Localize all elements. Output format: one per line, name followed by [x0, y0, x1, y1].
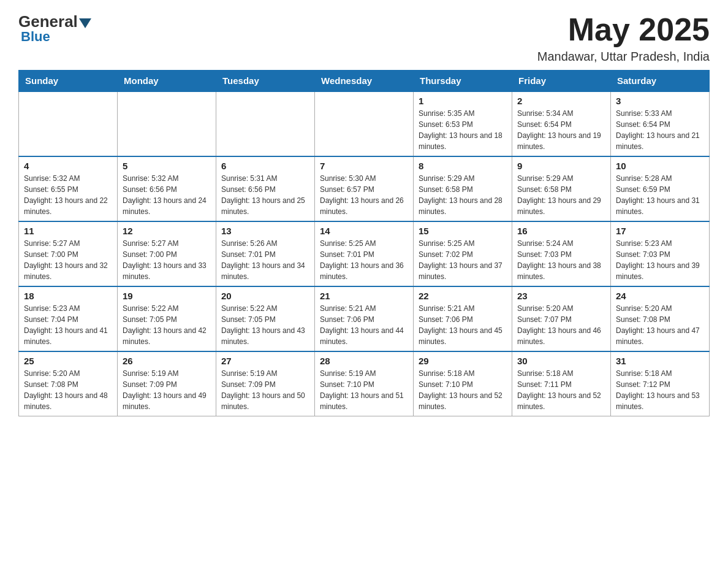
calendar-week-row: 25Sunrise: 5:20 AMSunset: 7:08 PMDayligh…	[19, 351, 710, 416]
title-block: May 2025 Mandawar, Uttar Pradesh, India	[537, 12, 710, 64]
day-info: Sunrise: 5:29 AMSunset: 6:58 PMDaylight:…	[419, 173, 507, 217]
page-header: General Blue May 2025 Mandawar, Uttar Pr…	[18, 12, 710, 64]
day-info: Sunrise: 5:30 AMSunset: 6:57 PMDaylight:…	[320, 173, 408, 217]
day-number: 22	[419, 291, 507, 301]
calendar-cell: 17Sunrise: 5:23 AMSunset: 7:03 PMDayligh…	[611, 221, 710, 286]
calendar-cell: 7Sunrise: 5:30 AMSunset: 6:57 PMDaylight…	[315, 156, 414, 221]
weekday-header-sunday: Sunday	[19, 71, 118, 92]
calendar-cell: 1Sunrise: 5:35 AMSunset: 6:53 PMDaylight…	[414, 91, 512, 156]
weekday-header-tuesday: Tuesday	[216, 71, 315, 92]
calendar-cell: 27Sunrise: 5:19 AMSunset: 7:09 PMDayligh…	[216, 351, 315, 416]
day-number: 6	[221, 161, 309, 171]
day-number: 24	[616, 291, 704, 301]
day-number: 10	[616, 161, 704, 171]
day-number: 4	[24, 161, 112, 171]
day-number: 29	[419, 356, 507, 366]
calendar-cell: 24Sunrise: 5:20 AMSunset: 7:08 PMDayligh…	[611, 286, 710, 351]
day-number: 7	[320, 161, 408, 171]
calendar-cell: 30Sunrise: 5:18 AMSunset: 7:11 PMDayligh…	[512, 351, 611, 416]
day-info: Sunrise: 5:31 AMSunset: 6:56 PMDaylight:…	[221, 173, 309, 217]
calendar-cell	[216, 91, 315, 156]
month-title: May 2025	[537, 12, 710, 47]
day-number: 27	[221, 356, 309, 366]
calendar-cell	[19, 91, 118, 156]
calendar-cell	[118, 91, 216, 156]
day-info: Sunrise: 5:32 AMSunset: 6:56 PMDaylight:…	[123, 173, 211, 217]
day-number: 13	[221, 226, 309, 236]
day-info: Sunrise: 5:21 AMSunset: 7:06 PMDaylight:…	[419, 303, 507, 347]
calendar-cell: 8Sunrise: 5:29 AMSunset: 6:58 PMDaylight…	[414, 156, 512, 221]
day-number: 17	[616, 226, 704, 236]
calendar-cell: 10Sunrise: 5:28 AMSunset: 6:59 PMDayligh…	[611, 156, 710, 221]
day-number: 5	[123, 161, 211, 171]
calendar-cell: 12Sunrise: 5:27 AMSunset: 7:00 PMDayligh…	[118, 221, 216, 286]
day-number: 3	[616, 96, 704, 106]
logo-triangle-icon	[79, 18, 91, 28]
day-info: Sunrise: 5:27 AMSunset: 7:00 PMDaylight:…	[123, 238, 211, 282]
day-number: 15	[419, 226, 507, 236]
logo: General Blue	[18, 12, 93, 45]
day-info: Sunrise: 5:34 AMSunset: 6:54 PMDaylight:…	[517, 108, 605, 152]
day-info: Sunrise: 5:26 AMSunset: 7:01 PMDaylight:…	[221, 238, 309, 282]
calendar-week-row: 1Sunrise: 5:35 AMSunset: 6:53 PMDaylight…	[19, 91, 710, 156]
location-subtitle: Mandawar, Uttar Pradesh, India	[537, 50, 710, 64]
weekday-header-row: SundayMondayTuesdayWednesdayThursdayFrid…	[19, 71, 710, 92]
calendar-cell: 13Sunrise: 5:26 AMSunset: 7:01 PMDayligh…	[216, 221, 315, 286]
calendar-cell: 21Sunrise: 5:21 AMSunset: 7:06 PMDayligh…	[315, 286, 414, 351]
day-number: 1	[419, 96, 507, 106]
day-info: Sunrise: 5:23 AMSunset: 7:03 PMDaylight:…	[616, 238, 704, 282]
day-info: Sunrise: 5:18 AMSunset: 7:10 PMDaylight:…	[419, 368, 507, 412]
day-number: 26	[123, 356, 211, 366]
calendar-week-row: 18Sunrise: 5:23 AMSunset: 7:04 PMDayligh…	[19, 286, 710, 351]
day-number: 21	[320, 291, 408, 301]
weekday-header-monday: Monday	[118, 71, 216, 92]
day-info: Sunrise: 5:19 AMSunset: 7:09 PMDaylight:…	[123, 368, 211, 412]
calendar-cell: 16Sunrise: 5:24 AMSunset: 7:03 PMDayligh…	[512, 221, 611, 286]
calendar-cell	[315, 91, 414, 156]
calendar-cell: 4Sunrise: 5:32 AMSunset: 6:55 PMDaylight…	[19, 156, 118, 221]
day-info: Sunrise: 5:20 AMSunset: 7:08 PMDaylight:…	[24, 368, 112, 412]
day-number: 14	[320, 226, 408, 236]
day-info: Sunrise: 5:19 AMSunset: 7:09 PMDaylight:…	[221, 368, 309, 412]
calendar-cell: 14Sunrise: 5:25 AMSunset: 7:01 PMDayligh…	[315, 221, 414, 286]
weekday-header-saturday: Saturday	[611, 71, 710, 92]
calendar-cell: 20Sunrise: 5:22 AMSunset: 7:05 PMDayligh…	[216, 286, 315, 351]
calendar-cell: 28Sunrise: 5:19 AMSunset: 7:10 PMDayligh…	[315, 351, 414, 416]
day-number: 9	[517, 161, 605, 171]
day-number: 31	[616, 356, 704, 366]
day-info: Sunrise: 5:21 AMSunset: 7:06 PMDaylight:…	[320, 303, 408, 347]
day-number: 25	[24, 356, 112, 366]
day-number: 23	[517, 291, 605, 301]
calendar-cell: 11Sunrise: 5:27 AMSunset: 7:00 PMDayligh…	[19, 221, 118, 286]
weekday-header-friday: Friday	[512, 71, 611, 92]
day-info: Sunrise: 5:22 AMSunset: 7:05 PMDaylight:…	[123, 303, 211, 347]
day-info: Sunrise: 5:32 AMSunset: 6:55 PMDaylight:…	[24, 173, 112, 217]
calendar-cell: 25Sunrise: 5:20 AMSunset: 7:08 PMDayligh…	[19, 351, 118, 416]
day-info: Sunrise: 5:22 AMSunset: 7:05 PMDaylight:…	[221, 303, 309, 347]
day-number: 19	[123, 291, 211, 301]
day-info: Sunrise: 5:27 AMSunset: 7:00 PMDaylight:…	[24, 238, 112, 282]
day-number: 12	[123, 226, 211, 236]
day-info: Sunrise: 5:25 AMSunset: 7:01 PMDaylight:…	[320, 238, 408, 282]
day-info: Sunrise: 5:24 AMSunset: 7:03 PMDaylight:…	[517, 238, 605, 282]
calendar-cell: 23Sunrise: 5:20 AMSunset: 7:07 PMDayligh…	[512, 286, 611, 351]
calendar-cell: 9Sunrise: 5:29 AMSunset: 6:58 PMDaylight…	[512, 156, 611, 221]
calendar-cell: 22Sunrise: 5:21 AMSunset: 7:06 PMDayligh…	[414, 286, 512, 351]
calendar-week-row: 4Sunrise: 5:32 AMSunset: 6:55 PMDaylight…	[19, 156, 710, 221]
day-info: Sunrise: 5:23 AMSunset: 7:04 PMDaylight:…	[24, 303, 112, 347]
day-info: Sunrise: 5:29 AMSunset: 6:58 PMDaylight:…	[517, 173, 605, 217]
day-info: Sunrise: 5:28 AMSunset: 6:59 PMDaylight:…	[616, 173, 704, 217]
day-number: 20	[221, 291, 309, 301]
calendar-cell: 18Sunrise: 5:23 AMSunset: 7:04 PMDayligh…	[19, 286, 118, 351]
day-info: Sunrise: 5:18 AMSunset: 7:11 PMDaylight:…	[517, 368, 605, 412]
day-number: 28	[320, 356, 408, 366]
calendar-cell: 5Sunrise: 5:32 AMSunset: 6:56 PMDaylight…	[118, 156, 216, 221]
calendar-table: SundayMondayTuesdayWednesdayThursdayFrid…	[18, 70, 710, 416]
day-number: 2	[517, 96, 605, 106]
day-info: Sunrise: 5:19 AMSunset: 7:10 PMDaylight:…	[320, 368, 408, 412]
day-info: Sunrise: 5:25 AMSunset: 7:02 PMDaylight:…	[419, 238, 507, 282]
day-info: Sunrise: 5:35 AMSunset: 6:53 PMDaylight:…	[419, 108, 507, 152]
calendar-cell: 15Sunrise: 5:25 AMSunset: 7:02 PMDayligh…	[414, 221, 512, 286]
day-number: 8	[419, 161, 507, 171]
day-number: 30	[517, 356, 605, 366]
